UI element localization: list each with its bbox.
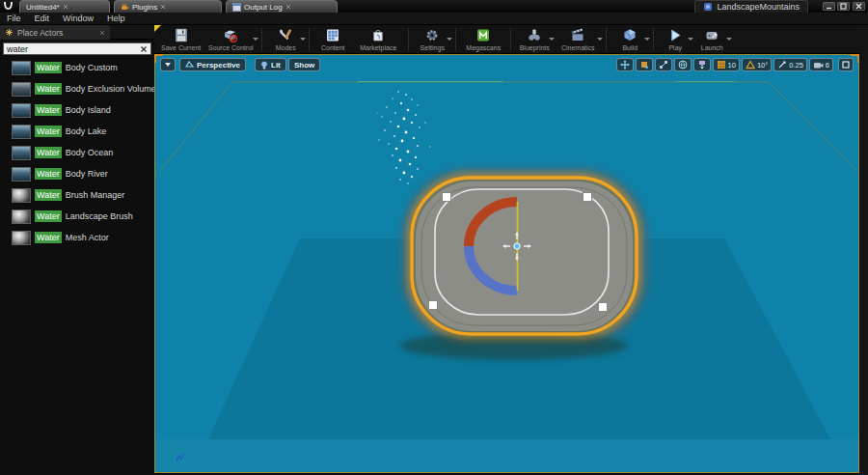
close-icon[interactable] [285, 4, 291, 10]
content-button[interactable]: Content [313, 25, 352, 53]
item-label: Mesh Actor [66, 233, 109, 242]
modes-icon [276, 27, 295, 43]
list-item-water-landscape-brush[interactable]: Water Landscape Brush [0, 206, 154, 227]
water-body-custom-icon [12, 61, 31, 75]
settings-button[interactable]: Settings [413, 25, 451, 53]
dropdown-caret[interactable] [253, 38, 258, 41]
minimize-button[interactable] [823, 2, 835, 11]
list-item-water-body-lake[interactable]: Water Body Lake [0, 121, 154, 142]
build-icon [620, 27, 639, 43]
close-icon[interactable] [63, 4, 68, 10]
list-item-water-body-exclusion-volume[interactable]: Water Body Exclusion Volume [0, 78, 154, 99]
blueprints-button[interactable]: Blueprints [515, 25, 554, 53]
save-current-button[interactable]: Save Current [158, 25, 203, 53]
tab-label: Output Log [244, 3, 283, 12]
launch-button[interactable]: Launch [692, 25, 731, 53]
cinematics-button[interactable]: Cinematics [554, 25, 602, 53]
build-button[interactable]: Build [610, 25, 649, 53]
water-body-exclusion-volume-icon [12, 82, 31, 97]
megascans-button[interactable]: Megascans [460, 25, 506, 53]
rotate-mode-button[interactable] [636, 58, 653, 71]
play-button[interactable]: Play [658, 25, 692, 53]
match-highlight: Water [35, 83, 62, 95]
surface-snapping-button[interactable] [693, 58, 711, 71]
grid-snap-button[interactable]: 10 [713, 58, 740, 71]
dropdown-caret[interactable] [644, 38, 650, 41]
place-actors-panel: Place Actors Water Body Custom Water Bod… [0, 25, 154, 475]
camera-speed-button[interactable]: 6 [809, 58, 833, 71]
spline-point [599, 303, 608, 312]
close-icon[interactable] [99, 30, 105, 36]
toolbar-divider [309, 28, 310, 50]
viewport-options-button[interactable] [160, 58, 176, 71]
source-control-button[interactable]: Source Control [203, 25, 258, 53]
match-highlight: Water [35, 168, 62, 180]
dropdown-caret[interactable] [726, 38, 732, 41]
match-highlight: Water [35, 232, 62, 243]
perspective-icon [185, 61, 194, 69]
list-item-water-body-river[interactable]: Water Body River [0, 163, 154, 184]
match-highlight: Water [35, 210, 62, 222]
menu-file[interactable]: File [7, 14, 21, 23]
toolbar-divider [408, 28, 409, 50]
toolbar-label: Launch [701, 44, 723, 51]
scale-snap-value: 0.25 [789, 61, 803, 70]
axis-indicator [176, 454, 184, 461]
spline-point-handles [429, 193, 608, 312]
list-item-water-body-island[interactable]: Water Body Island [0, 99, 154, 121]
tab-label: Untitled4* [26, 3, 60, 12]
toolbar-divider [510, 28, 511, 50]
water-body-lake-icon [12, 125, 31, 139]
rotate-gizmo-icon [639, 60, 649, 70]
water-body-river-icon [12, 167, 31, 182]
menu-edit[interactable]: Edit [35, 14, 50, 23]
close-button[interactable] [853, 2, 865, 11]
scale-snap-button[interactable]: 0.25 [773, 58, 807, 71]
water-body-island-icon [12, 103, 31, 118]
island-spline [435, 189, 609, 315]
menu-bar: File Edit Window Help [0, 13, 868, 25]
rotation-snap-value: 10° [757, 61, 768, 70]
camera-mode-button[interactable]: Perspective [179, 58, 246, 71]
blueprints-icon [525, 27, 544, 43]
close-icon[interactable] [160, 4, 166, 10]
scale-gizmo-icon [659, 60, 668, 70]
project-title: LandscapeMountains [694, 0, 808, 13]
list-item-water-body-custom[interactable]: Water Body Custom [0, 57, 154, 78]
maximize-viewport-button[interactable] [838, 58, 854, 71]
tab-level[interactable]: Untitled4* [19, 0, 110, 13]
dropdown-caret[interactable] [447, 38, 452, 41]
scale-mode-button[interactable] [655, 58, 672, 71]
level-viewport[interactable]: Perspective Lit Show [154, 54, 859, 473]
view-mode-button[interactable]: Lit [255, 58, 286, 71]
toolbar-label: Build [622, 44, 637, 51]
item-label: Brush Manager [66, 190, 125, 200]
list-item-water-body-ocean[interactable]: Water Body Ocean [0, 142, 154, 163]
menu-help[interactable]: Help [107, 14, 125, 23]
marketplace-button[interactable]: Marketplace [352, 25, 404, 53]
world-local-toggle[interactable] [674, 58, 692, 71]
show-flags-button[interactable]: Show [288, 58, 320, 71]
dropdown-caret[interactable] [597, 38, 603, 41]
toolbar-label: Blueprints [520, 44, 550, 51]
maximize-button[interactable] [837, 2, 850, 11]
tab-output-log[interactable]: Output Log [226, 0, 338, 13]
tab-plugins[interactable]: Plugins [114, 0, 222, 13]
place-actors-tab[interactable]: Place Actors [0, 25, 110, 40]
launch-icon [702, 27, 721, 43]
camera-icon [813, 61, 824, 70]
list-item-water-brush-manager[interactable]: Water Brush Manager [0, 184, 154, 206]
item-label: Landscape Brush [66, 211, 133, 221]
scene-3d [155, 55, 860, 472]
modes-button[interactable]: Modes [266, 25, 305, 53]
rotation-snap-button[interactable]: 10° [742, 58, 772, 71]
water-mesh-actor-icon [12, 231, 31, 245]
dropdown-caret[interactable] [300, 38, 306, 41]
list-item-water-mesh-actor[interactable]: Water Mesh Actor [0, 227, 154, 248]
angle-snap-icon [746, 60, 755, 70]
menu-window[interactable]: Window [63, 14, 94, 23]
translate-mode-button[interactable] [616, 58, 634, 71]
search-input[interactable] [4, 43, 140, 54]
spline-point [429, 301, 438, 310]
clear-search-icon[interactable] [140, 45, 148, 53]
